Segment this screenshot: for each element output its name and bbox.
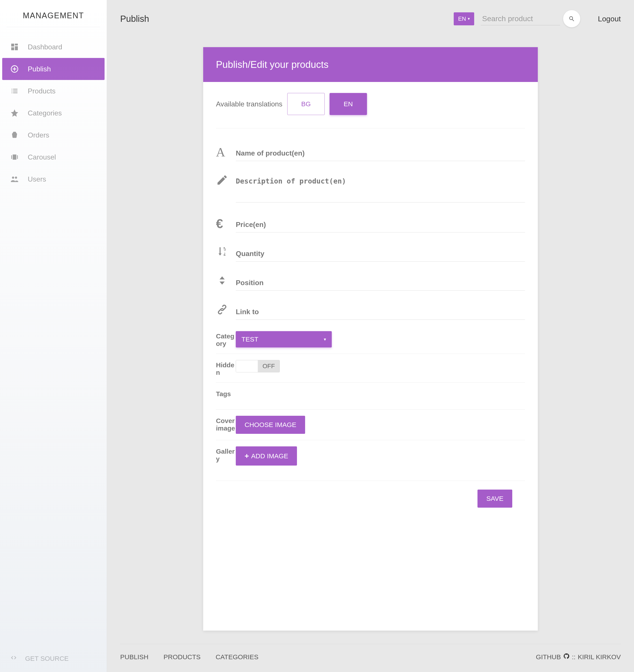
price-input[interactable] (236, 214, 525, 232)
link-field (216, 296, 525, 325)
sidebar-item-label: Publish (28, 65, 51, 73)
position-input[interactable] (236, 272, 525, 291)
description-input[interactable] (236, 171, 525, 203)
add-circle-icon (10, 64, 19, 74)
search-button[interactable] (563, 10, 580, 27)
name-input[interactable] (236, 143, 525, 161)
hidden-label: Hidden (216, 360, 236, 376)
cover-row: Cover image CHOOSE IMAGE (216, 410, 525, 440)
sidebar: MANAGEMENT Dashboard Publish Products (0, 0, 107, 672)
sidebar-item-dashboard[interactable]: Dashboard (2, 36, 104, 58)
logout-link[interactable]: Logout (598, 15, 621, 23)
content: Publish/Edit your products Available tra… (107, 34, 634, 644)
chevron-down-icon: ▾ (468, 16, 470, 21)
basket-icon (10, 130, 19, 140)
sidebar-nav: Dashboard Publish Products Categories (0, 36, 107, 645)
category-row: Category TEST ▾ (216, 325, 525, 354)
list-icon (10, 86, 19, 96)
toggle-off-side: OFF (258, 360, 279, 372)
code-icon (10, 654, 19, 663)
category-value: TEST (242, 335, 259, 343)
link-icon (216, 301, 236, 317)
quantity-field: 91 (216, 238, 525, 267)
chevron-down-icon: ▾ (324, 337, 326, 342)
search (481, 10, 580, 27)
svg-text:9: 9 (224, 247, 226, 252)
sidebar-item-label: Products (28, 87, 55, 95)
toggle-on-side (236, 360, 258, 372)
pencil-icon (216, 171, 236, 187)
sidebar-item-label: Orders (28, 131, 49, 139)
translation-en-button[interactable]: EN (330, 93, 367, 115)
gallery-label: Gallery (216, 446, 236, 463)
footer-right: GITHUB :: KIRIL KIRKOV (536, 653, 621, 661)
name-field: A (216, 137, 525, 166)
price-field: € (216, 209, 525, 238)
page-title: Publish (120, 14, 149, 24)
sidebar-item-orders[interactable]: Orders (2, 124, 104, 146)
star-icon (10, 108, 19, 118)
card-title: Publish/Edit your products (203, 47, 538, 82)
choose-image-button[interactable]: CHOOSE IMAGE (236, 416, 305, 434)
sidebar-footer[interactable]: GET SOURCE (0, 645, 107, 672)
language-selector[interactable]: EN ▾ (454, 12, 474, 25)
footer-links: PUBLISH PRODUCTS CATEGORIES (120, 653, 272, 661)
dashboard-icon (10, 42, 19, 52)
add-image-button[interactable]: + ADD IMAGE (236, 446, 297, 466)
hidden-toggle[interactable]: OFF (236, 360, 280, 372)
language-label: EN (458, 16, 466, 22)
footer-link-categories[interactable]: CATEGORIES (216, 653, 258, 661)
sidebar-item-label: Carousel (28, 153, 56, 161)
sidebar-item-label: Users (28, 175, 46, 183)
add-image-label: ADD IMAGE (251, 452, 288, 460)
category-label: Category (216, 331, 236, 347)
position-field (216, 267, 525, 296)
hidden-row: Hidden OFF (216, 354, 525, 383)
publish-card: Publish/Edit your products Available tra… (203, 47, 538, 631)
translation-bg-button[interactable]: BG (287, 93, 325, 115)
save-button[interactable]: SAVE (478, 490, 512, 508)
main: Publish EN ▾ Logout Publish/Edit your pr… (107, 0, 634, 672)
footer-link-products[interactable]: PRODUCTS (164, 653, 200, 661)
search-icon (568, 15, 576, 22)
linkto-input[interactable] (236, 301, 525, 320)
category-select[interactable]: TEST ▾ (236, 331, 332, 347)
tags-label: Tags (216, 389, 236, 398)
bottombar: PUBLISH PRODUCTS CATEGORIES GITHUB :: KI… (107, 644, 634, 672)
cover-label: Cover image (216, 416, 236, 432)
font-icon: A (216, 143, 236, 160)
quantity-input[interactable] (236, 243, 525, 261)
users-icon (10, 174, 19, 184)
sidebar-item-carousel[interactable]: Carousel (2, 146, 104, 168)
sidebar-item-categories[interactable]: Categories (2, 102, 104, 124)
tags-input[interactable] (236, 389, 525, 403)
sidebar-item-label: Dashboard (28, 43, 62, 51)
translations-label: Available translations (216, 100, 283, 108)
gallery-row: Gallery + ADD IMAGE (216, 440, 525, 472)
footer-link-publish[interactable]: PUBLISH (120, 653, 148, 661)
sort-icon (216, 272, 236, 287)
brand-title: MANAGEMENT (7, 0, 100, 27)
tags-row: Tags (216, 383, 525, 410)
sidebar-item-publish[interactable]: Publish (2, 58, 104, 80)
sort-numeric-icon: 91 (216, 243, 236, 258)
card-footer: SAVE (216, 481, 525, 521)
carousel-icon (10, 152, 19, 162)
euro-icon: € (216, 214, 236, 231)
sidebar-footer-label: GET SOURCE (25, 655, 69, 662)
search-input[interactable] (481, 12, 560, 25)
sidebar-item-products[interactable]: Products (2, 80, 104, 102)
sidebar-item-label: Categories (28, 109, 62, 117)
footer-author[interactable]: KIRIL KIRKOV (578, 653, 621, 661)
translations-row: Available translations BG EN (216, 93, 525, 129)
svg-text:1: 1 (224, 252, 226, 256)
github-icon (563, 653, 570, 661)
footer-sep: :: (572, 653, 576, 661)
topbar: Publish EN ▾ Logout (107, 0, 634, 34)
description-field (216, 166, 525, 209)
plus-icon: + (245, 452, 249, 460)
sidebar-item-users[interactable]: Users (2, 168, 104, 190)
footer-github-label[interactable]: GITHUB (536, 653, 561, 661)
